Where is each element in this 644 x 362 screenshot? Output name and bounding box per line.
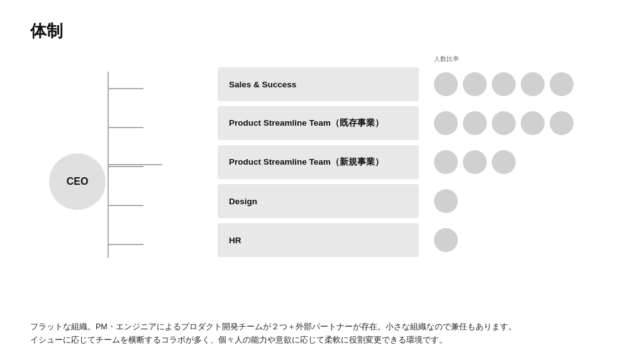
- dept-box-hr: HR: [218, 223, 419, 257]
- main-content: CEO: [30, 55, 614, 309]
- people-label: 人数比率: [434, 55, 459, 63]
- person-circle-product-existing-4: [550, 111, 574, 135]
- dept-row-design: Design: [218, 184, 574, 218]
- people-row-design: [434, 184, 458, 218]
- person-circle-product-new-2: [492, 150, 516, 174]
- person-circle-product-existing-0: [434, 111, 458, 135]
- dept-row-product-new: Product Streamline Team（新規事業）: [218, 145, 574, 179]
- person-circle-product-existing-1: [463, 111, 487, 135]
- person-circle-design-0: [434, 189, 458, 213]
- person-circle-sales-4: [550, 72, 574, 96]
- dept-row-hr: HR: [218, 223, 574, 257]
- person-circle-sales-0: [434, 72, 458, 96]
- dept-rows: Sales & SuccessProduct Streamline Team（既…: [218, 67, 574, 262]
- dept-label-product-new: Product Streamline Team（新規事業）: [229, 156, 384, 168]
- dept-label-sales: Sales & Success: [229, 80, 296, 89]
- dept-label-product-existing: Product Streamline Team（既存事業）: [229, 118, 384, 129]
- person-circle-product-new-0: [434, 150, 458, 174]
- people-row-sales: [434, 67, 574, 101]
- people-row-product-new: [434, 145, 516, 179]
- page-title: 体制: [30, 20, 614, 42]
- person-circle-product-existing-2: [492, 111, 516, 135]
- dept-label-design: Design: [229, 197, 257, 206]
- person-circle-sales-1: [463, 72, 487, 96]
- departments-people: 人数比率 Sales & SuccessProduct Streamline T…: [218, 55, 574, 262]
- dept-row-sales: Sales & Success: [218, 67, 574, 101]
- header-row: 人数比率: [218, 55, 574, 63]
- ceo-circle: CEO: [49, 153, 106, 210]
- dept-label-hr: HR: [229, 236, 242, 245]
- dept-box-sales: Sales & Success: [218, 67, 419, 101]
- footer-text: フラットな組織。PM・エンジニアによるプロダクト開発チームが２つ＋外部パートナー…: [30, 321, 614, 348]
- dept-row-product-existing: Product Streamline Team（既存事業）: [218, 106, 574, 140]
- bracket-svg: [107, 55, 162, 309]
- person-circle-product-existing-3: [521, 111, 545, 135]
- footer-line-1: フラットな組織。PM・エンジニアによるプロダクト開発チームが２つ＋外部パートナー…: [30, 321, 614, 334]
- page: 体制 CEO: [0, 0, 644, 362]
- people-row-hr: [434, 223, 458, 257]
- person-circle-sales-3: [521, 72, 545, 96]
- person-circle-product-new-1: [463, 150, 487, 174]
- person-circle-sales-2: [492, 72, 516, 96]
- person-circle-hr-0: [434, 228, 458, 252]
- dept-box-design: Design: [218, 184, 419, 218]
- dept-box-product-new: Product Streamline Team（新規事業）: [218, 145, 419, 179]
- people-row-product-existing: [434, 106, 574, 140]
- footer-line-2: イシューに応じてチームを横断するコラボが多く、個々人の能力や意欲に応じて柔軟に役…: [30, 334, 614, 347]
- ceo-section: CEO: [30, 55, 181, 309]
- dept-box-product-existing: Product Streamline Team（既存事業）: [218, 106, 419, 140]
